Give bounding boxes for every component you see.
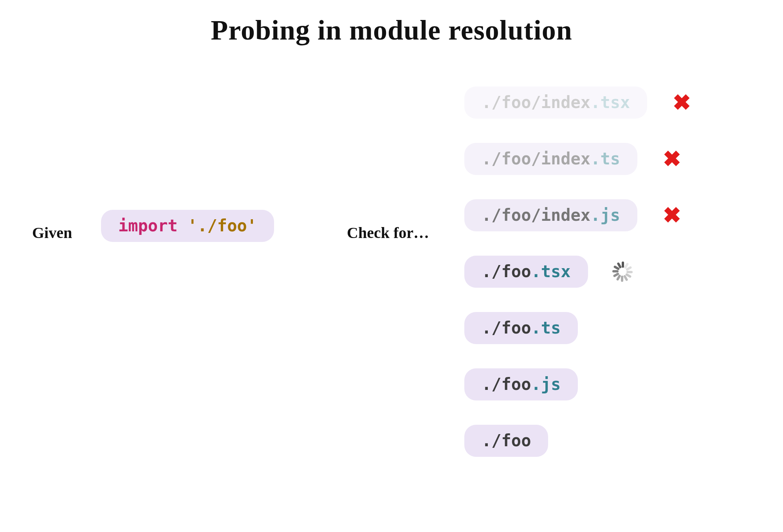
probe-row: ./foo (464, 425, 694, 457)
probe-path: ./foo (482, 263, 531, 280)
cross-glyph: ✖ (663, 148, 681, 170)
spinner-icon (610, 259, 635, 284)
probe-row: ./foo/index.js✖ (464, 199, 694, 231)
probe-path: ./foo/index (482, 207, 590, 224)
probe-row: ./foo.js (464, 368, 694, 400)
cross-icon: ✖ (669, 90, 694, 115)
probe-pill: ./foo.tsx (464, 256, 588, 288)
label-check-for: Check for… (347, 224, 429, 242)
probe-pill: ./foo.ts (464, 312, 578, 344)
probe-path: ./foo/index (482, 94, 590, 111)
probe-path: ./foo (482, 433, 531, 449)
diagram-stage: Given import './foo' Check for… ./foo/in… (0, 47, 783, 516)
probe-row: ./foo.tsx (464, 256, 694, 288)
probe-extension: .ts (590, 151, 620, 167)
probe-row: ./foo/index.tsx✖ (464, 87, 694, 119)
source-argument: './foo' (188, 218, 257, 234)
cross-icon: ✖ (659, 146, 684, 171)
probe-extension: .js (531, 376, 561, 393)
probe-list: ./foo/index.tsx✖./foo/index.ts✖./foo/ind… (464, 87, 694, 457)
status-empty (570, 428, 595, 453)
source-keyword: import (118, 218, 178, 234)
probe-path: ./foo (482, 376, 531, 393)
probe-extension: .js (590, 207, 620, 224)
probe-path: ./foo/index (482, 151, 590, 167)
probe-pill: ./foo/index.tsx (464, 87, 647, 119)
source-code-pill: import './foo' (101, 210, 274, 242)
probe-extension: .ts (531, 320, 561, 336)
cross-icon: ✖ (659, 203, 684, 228)
cross-glyph: ✖ (663, 204, 681, 226)
probe-pill: ./foo/index.ts (464, 143, 637, 175)
status-empty (600, 316, 625, 341)
spinner (612, 261, 633, 283)
probe-pill: ./foo/index.js (464, 199, 637, 231)
probe-path: ./foo (482, 320, 531, 336)
probe-row: ./foo.ts (464, 312, 694, 344)
probe-pill: ./foo.js (464, 368, 578, 400)
probe-extension: .tsx (590, 94, 630, 111)
status-empty (600, 372, 625, 397)
label-given: Given (32, 224, 72, 242)
probe-extension: .tsx (531, 263, 570, 280)
cross-glyph: ✖ (673, 92, 691, 114)
probe-pill: ./foo (464, 425, 548, 457)
page-title: Probing in module resolution (0, 0, 783, 47)
probe-row: ./foo/index.ts✖ (464, 143, 694, 175)
